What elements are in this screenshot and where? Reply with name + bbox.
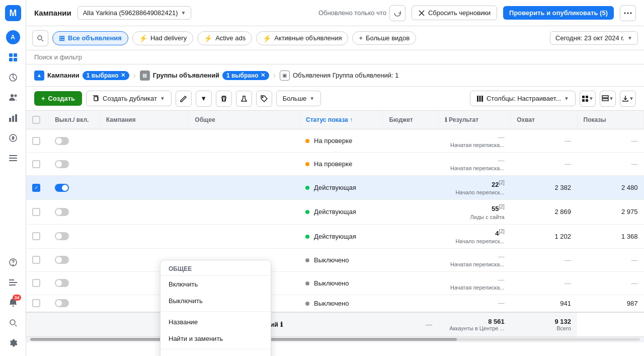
breadcrumb-ad-groups[interactable]: ▦ Группы объявлений 1 выбрано ✕ xyxy=(140,70,269,81)
sidebar-item-grid[interactable] xyxy=(4,48,22,66)
dropdown-item-3[interactable]: Найти и заменить xyxy=(160,330,271,347)
dropdown-item-4[interactable]: Бюджет кампании Advantage xyxy=(160,351,271,356)
checkbox[interactable] xyxy=(32,208,40,216)
row-checkbox[interactable] xyxy=(26,153,49,176)
filter-had-delivery[interactable]: ⚡ Had delivery xyxy=(132,31,193,45)
checkbox[interactable] xyxy=(32,160,40,168)
col-general[interactable]: Общее xyxy=(189,111,300,129)
sidebar-item-settings[interactable] xyxy=(4,334,22,352)
row-checkbox[interactable] xyxy=(26,248,49,271)
sidebar-item-list[interactable] xyxy=(4,273,22,292)
breadcrumb-ads[interactable]: ▣ Объявления Группа объявлений: 1 xyxy=(280,70,399,81)
more-button[interactable]: Больше ▼ xyxy=(276,91,321,106)
row-result: — Начатая переписка... xyxy=(438,129,510,153)
breadcrumb-separator-2: › xyxy=(273,71,276,80)
svg-rect-4 xyxy=(9,58,13,61)
sidebar-item-avatar[interactable]: A xyxy=(4,28,22,46)
date-picker[interactable]: Сегодня: 23 окт 2024 г. ▼ xyxy=(550,31,638,45)
svg-rect-36 xyxy=(602,99,608,101)
svg-rect-35 xyxy=(602,96,608,98)
edit-button[interactable] xyxy=(176,91,192,107)
row-toggle[interactable] xyxy=(49,224,100,248)
filter-search-button[interactable] xyxy=(32,30,48,46)
row-toggle[interactable] xyxy=(49,295,100,312)
row-toggle[interactable] xyxy=(49,248,100,271)
refresh-button[interactable] xyxy=(389,5,406,21)
columns-button[interactable]: Столбцы: Настраивает... ▼ xyxy=(470,91,576,106)
row-checkbox[interactable] xyxy=(26,200,49,224)
row-budget xyxy=(383,295,438,312)
row-checkbox[interactable]: ✓ xyxy=(26,176,49,200)
filter-all-ads[interactable]: ⊞ Все объявления xyxy=(52,31,128,45)
row-checkbox[interactable] xyxy=(26,129,49,153)
sidebar-item-search[interactable] xyxy=(4,314,22,332)
duplicate-button[interactable]: Создать дубликат ▼ xyxy=(86,91,172,106)
create-button[interactable]: + Создать xyxy=(34,91,82,106)
layout-button[interactable]: ▼ xyxy=(600,91,616,107)
view-toggle-button[interactable]: ▼ xyxy=(580,91,596,107)
row-toggle[interactable] xyxy=(49,200,100,224)
filter-active-ads-ru[interactable]: ⚡ Активные объявления xyxy=(256,31,348,45)
tag-button[interactable] xyxy=(256,91,272,107)
row-result: — xyxy=(438,295,510,312)
row-toggle[interactable] xyxy=(49,271,100,295)
sidebar-item-help[interactable] xyxy=(4,253,22,271)
publish-button[interactable]: Проверить и опубликовать (5) xyxy=(503,6,614,20)
search-input[interactable] xyxy=(34,53,636,61)
dropdown-item-1[interactable]: Выключить xyxy=(160,293,271,309)
svg-point-24 xyxy=(630,12,632,14)
checkbox[interactable] xyxy=(32,299,40,307)
filter-more-views[interactable]: + Больше видов xyxy=(352,31,416,45)
breadcrumb-campaigns[interactable]: ▲ Кампании 1 выбрано ✕ xyxy=(34,70,129,81)
ad-groups-clear-button[interactable]: ✕ xyxy=(261,72,265,79)
row-toggle[interactable] xyxy=(49,153,100,176)
sidebar-item-bar-chart[interactable] xyxy=(4,109,22,127)
delete-button[interactable] xyxy=(216,91,232,107)
checkbox[interactable] xyxy=(32,137,40,145)
dropdown-item-2[interactable]: Название xyxy=(160,314,271,330)
sidebar-item-people[interactable] xyxy=(4,89,22,107)
checkbox[interactable] xyxy=(32,279,40,287)
reset-drafts-button[interactable]: Сбросить черновики xyxy=(412,6,497,20)
dropdown-item-0[interactable]: Включить xyxy=(160,276,271,293)
duplicate-label: Создать дубликат xyxy=(103,95,157,102)
dropdown-button[interactable]: ▼ xyxy=(196,91,212,107)
app-logo[interactable]: M xyxy=(4,4,22,22)
row-result: 55[2] Лиды с сайта xyxy=(438,200,510,224)
campaigns-badge: 1 выбрано ✕ xyxy=(83,71,129,80)
chevron-down-icon: ▼ xyxy=(627,35,632,41)
scroll-track[interactable] xyxy=(30,338,640,341)
row-toggle[interactable] xyxy=(49,176,100,200)
sidebar-item-chart[interactable] xyxy=(4,68,22,87)
row-reach: 2 382 xyxy=(511,176,577,200)
col-result[interactable]: ℹ Результат xyxy=(438,111,510,129)
filter-active-ads[interactable]: ⚡ Active ads xyxy=(197,31,252,45)
sidebar-item-dollar[interactable] xyxy=(4,129,22,147)
table-row: Выключено — Начатая переписка... — — xyxy=(26,271,644,295)
row-reach: — xyxy=(511,129,577,153)
horizontal-scrollbar[interactable] xyxy=(26,336,644,342)
more-options-button[interactable] xyxy=(620,5,636,21)
footer-info-icon: ℹ xyxy=(280,321,283,328)
sidebar-item-notifications[interactable]: 34 xyxy=(4,294,22,312)
col-impressions[interactable]: Показы xyxy=(577,111,643,129)
row-checkbox[interactable] xyxy=(26,271,49,295)
col-reach[interactable]: Охват xyxy=(511,111,577,129)
checkbox[interactable] xyxy=(32,232,40,240)
checkbox[interactable]: ✓ xyxy=(32,184,40,192)
test-button[interactable] xyxy=(236,91,252,107)
row-checkbox[interactable] xyxy=(26,295,49,312)
row-toggle[interactable] xyxy=(49,129,100,153)
svg-rect-9 xyxy=(9,118,11,122)
checkbox[interactable] xyxy=(32,256,40,264)
row-reach: — xyxy=(511,271,577,295)
update-status: Обновлено только что xyxy=(318,5,406,21)
campaigns-clear-button[interactable]: ✕ xyxy=(121,72,125,79)
col-status[interactable]: Статус показа ↑ xyxy=(299,111,382,129)
sidebar-item-menu[interactable] xyxy=(4,149,22,167)
select-all-checkbox[interactable] xyxy=(32,116,40,124)
row-budget xyxy=(383,248,438,271)
row-checkbox[interactable] xyxy=(26,224,49,248)
export-button[interactable]: ▼ xyxy=(620,91,636,107)
account-selector[interactable]: Alla Yarkina (596288649082421) ▼ xyxy=(77,6,192,20)
